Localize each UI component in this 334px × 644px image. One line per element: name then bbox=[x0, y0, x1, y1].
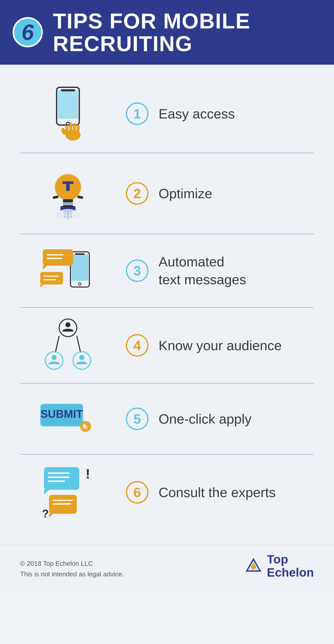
footer-brand-top: Top bbox=[267, 553, 314, 566]
tip-number-2: 2 bbox=[126, 182, 149, 205]
svg-rect-33 bbox=[43, 249, 73, 266]
svg-point-45 bbox=[45, 352, 63, 369]
phone-hand-icon bbox=[43, 85, 93, 143]
svg-rect-26 bbox=[63, 199, 73, 202]
rocket-icon bbox=[43, 163, 93, 224]
network-icon bbox=[40, 318, 96, 373]
svg-rect-28 bbox=[63, 205, 73, 207]
svg-point-48 bbox=[79, 355, 84, 360]
footer-brand-name: Top Echelon bbox=[267, 553, 314, 580]
tip-number-3: 3 bbox=[126, 259, 149, 282]
top-echelon-logo-icon bbox=[245, 557, 262, 575]
page-header: 6 TIPS FOR MOBILE RECRUITING bbox=[0, 0, 334, 65]
tip-row-2: 2 Optimize bbox=[20, 153, 314, 234]
tip-number-5: 5 bbox=[126, 408, 149, 430]
tip-row-6: ! ? 6 Consult the experts bbox=[20, 455, 314, 530]
tip-number-4: 4 bbox=[126, 334, 149, 357]
tip-row-1: 1 Easy access bbox=[20, 75, 314, 153]
footer-copyright: © 2018 Top Echelon LLC bbox=[20, 558, 124, 569]
tip-text-3: Automated text messages bbox=[159, 253, 246, 288]
svg-rect-24 bbox=[53, 195, 58, 199]
svg-point-41 bbox=[59, 319, 77, 337]
svg-rect-23 bbox=[66, 184, 70, 191]
svg-point-16 bbox=[55, 211, 66, 218]
tip-label-2: 2 Optimize bbox=[116, 182, 314, 205]
svg-rect-2 bbox=[61, 89, 75, 91]
svg-point-42 bbox=[65, 322, 70, 327]
tip-number-1: 1 bbox=[126, 102, 149, 125]
svg-marker-63 bbox=[49, 514, 53, 517]
main-content: 1 Easy access bbox=[0, 65, 334, 545]
svg-point-46 bbox=[52, 355, 57, 360]
tip-row-4: 4 Know your audience bbox=[20, 308, 314, 383]
svg-rect-54 bbox=[44, 467, 79, 490]
svg-text:!: ! bbox=[86, 466, 90, 481]
svg-rect-27 bbox=[63, 202, 73, 205]
svg-point-32 bbox=[79, 283, 81, 285]
tip-icon-5: SUBMIT bbox=[20, 394, 116, 444]
tip-text-5: One-click apply bbox=[159, 410, 251, 428]
tip-number-6: 6 bbox=[126, 481, 149, 504]
svg-marker-36 bbox=[43, 266, 47, 269]
svg-line-44 bbox=[77, 336, 81, 352]
page-title: TIPS FOR MOBILE RECRUITING bbox=[53, 10, 319, 55]
messages-icon bbox=[38, 244, 98, 297]
tip-label-5: 5 One-click apply bbox=[116, 408, 314, 430]
header-number-badge: 6 bbox=[13, 17, 43, 47]
tip-icon-6: ! ? bbox=[20, 465, 116, 520]
tip-text-4: Know your audience bbox=[159, 337, 282, 354]
header-number: 6 bbox=[22, 21, 34, 43]
tip-icon-1 bbox=[20, 85, 116, 143]
tip-icon-2 bbox=[20, 163, 116, 224]
svg-rect-5 bbox=[65, 125, 68, 136]
svg-text:?: ? bbox=[42, 507, 49, 520]
tip-icon-3 bbox=[20, 244, 116, 297]
footer-brand: Top Echelon bbox=[245, 553, 314, 580]
svg-rect-1 bbox=[58, 90, 78, 119]
svg-point-47 bbox=[73, 352, 91, 369]
svg-rect-37 bbox=[40, 272, 63, 285]
tip-label-4: 4 Know your audience bbox=[116, 334, 314, 357]
tip-text-1: Easy access bbox=[159, 105, 235, 123]
svg-point-3 bbox=[66, 122, 69, 125]
chat-icon: ! ? bbox=[39, 465, 97, 520]
svg-text:SUBMIT: SUBMIT bbox=[41, 408, 83, 420]
svg-rect-22 bbox=[62, 181, 73, 184]
footer-copyright-area: © 2018 Top Echelon LLC This is not inten… bbox=[20, 558, 124, 579]
tip-icon-4 bbox=[20, 318, 116, 373]
svg-line-43 bbox=[55, 336, 59, 352]
svg-rect-25 bbox=[77, 195, 83, 199]
svg-point-17 bbox=[69, 211, 81, 218]
tip-label-3: 3 Automated text messages bbox=[116, 253, 314, 288]
footer-disclaimer: This is not intended as legal advice. bbox=[20, 569, 124, 580]
svg-marker-40 bbox=[40, 285, 44, 288]
tip-row-3: 3 Automated text messages bbox=[20, 234, 314, 307]
tip-text-2: Optimize bbox=[159, 185, 212, 202]
svg-marker-58 bbox=[44, 490, 49, 494]
submit-icon: SUBMIT bbox=[38, 399, 98, 439]
svg-rect-30 bbox=[71, 254, 88, 281]
page-footer: © 2018 Top Echelon LLC This is not inten… bbox=[0, 545, 334, 590]
tip-text-6: Consult the experts bbox=[159, 484, 276, 501]
tip-label-1: 1 Easy access bbox=[116, 102, 314, 125]
svg-rect-31 bbox=[75, 253, 85, 255]
tip-label-6: 6 Consult the experts bbox=[116, 481, 314, 504]
footer-brand-echelon: Echelon bbox=[267, 566, 314, 579]
tip-row-5: SUBMIT 5 One-click apply bbox=[20, 384, 314, 454]
